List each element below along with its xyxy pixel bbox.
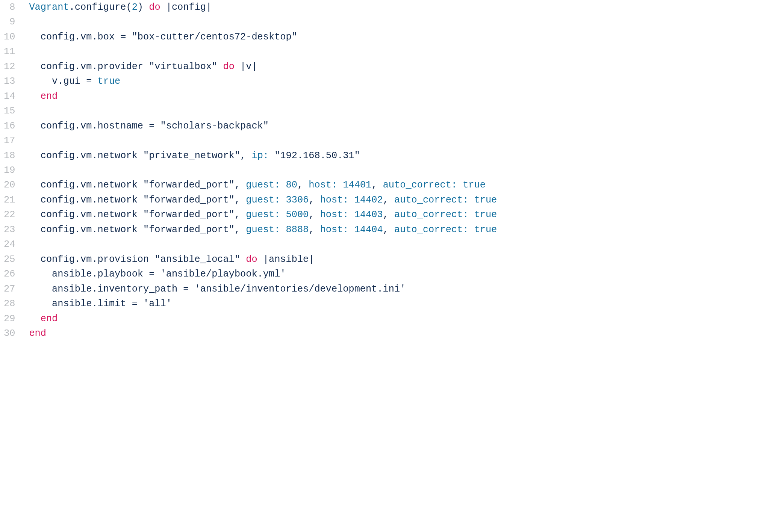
code-token: |ansible| <box>257 254 315 265</box>
code-token: 14403 <box>354 209 383 220</box>
line-number-gutter: 8910111213141516171819202122232425262728… <box>0 0 22 341</box>
line-number: 11 <box>4 44 15 59</box>
code-token: 14401 <box>343 180 371 190</box>
code-line[interactable]: config.vm.provision "ansible_local" do |… <box>29 252 775 267</box>
code-token: , <box>383 209 394 220</box>
code-token: ) <box>138 2 149 13</box>
code-token: do <box>223 61 235 72</box>
code-line[interactable]: ansible.playbook = 'ansible/playbook.yml… <box>29 267 775 281</box>
code-token: 80 <box>286 180 297 190</box>
code-token: config.vm.network <box>29 180 143 190</box>
code-line[interactable] <box>29 133 775 148</box>
line-number: 30 <box>4 326 15 341</box>
code-token: config.vm.network <box>29 150 143 161</box>
code-token: guest: <box>246 209 286 220</box>
code-token: , <box>371 180 383 190</box>
code-line[interactable]: v.gui = true <box>29 74 775 89</box>
line-number: 19 <box>4 163 15 178</box>
code-line[interactable]: end <box>29 311 775 326</box>
code-token: auto_correct: <box>394 209 474 220</box>
code-token: ansible.inventory_path = <box>29 284 194 295</box>
code-token: 5000 <box>286 209 309 220</box>
code-token: "forwarded_port" <box>143 209 235 220</box>
code-token: true <box>474 209 497 220</box>
code-token: auto_correct: <box>394 195 474 206</box>
code-token: 14402 <box>354 195 383 206</box>
code-token: , <box>235 224 246 235</box>
line-number: 13 <box>4 74 15 89</box>
code-line[interactable] <box>29 104 775 118</box>
code-line[interactable] <box>29 163 775 178</box>
code-token: , <box>297 180 309 190</box>
line-number: 22 <box>4 207 15 222</box>
line-number: 16 <box>4 119 15 133</box>
line-number: 21 <box>4 193 15 207</box>
code-token: , <box>309 195 320 206</box>
code-token: do <box>246 254 257 265</box>
code-token: host: <box>320 209 354 220</box>
line-number: 18 <box>4 148 15 163</box>
code-token: 3306 <box>286 195 309 206</box>
code-token: |v| <box>235 61 257 72</box>
code-token <box>29 313 40 324</box>
code-token: end <box>41 313 58 324</box>
code-token: guest: <box>246 224 286 235</box>
code-line[interactable] <box>29 237 775 252</box>
code-token: guest: <box>246 180 286 190</box>
code-token: |config| <box>160 2 212 13</box>
code-token: , <box>235 209 246 220</box>
code-token: "forwarded_port" <box>143 195 235 206</box>
code-line[interactable]: config.vm.network "forwarded_port", gues… <box>29 193 775 207</box>
code-token: , <box>240 150 251 161</box>
code-token: guest: <box>246 195 286 206</box>
code-line[interactable]: end <box>29 89 775 104</box>
line-number: 15 <box>4 104 15 118</box>
code-line[interactable] <box>29 44 775 59</box>
line-number: 29 <box>4 311 15 326</box>
line-number: 14 <box>4 89 15 104</box>
code-line[interactable]: end <box>29 326 775 341</box>
code-token: config.vm.network <box>29 209 143 220</box>
code-token: , <box>383 224 394 235</box>
code-token: 'all' <box>143 298 172 309</box>
code-token: , <box>383 195 394 206</box>
code-line[interactable]: config.vm.network "forwarded_port", gues… <box>29 178 775 192</box>
code-token: , <box>235 180 246 190</box>
code-token: Vagrant <box>29 2 69 13</box>
line-number: 10 <box>4 30 15 44</box>
code-line[interactable]: ansible.inventory_path = 'ansible/invent… <box>29 282 775 296</box>
code-token: "virtualbox" <box>149 61 217 72</box>
line-number: 12 <box>4 59 15 74</box>
line-number: 20 <box>4 178 15 192</box>
code-token: "forwarded_port" <box>143 224 235 235</box>
code-token: "private_network" <box>143 150 240 161</box>
code-line[interactable]: ansible.limit = 'all' <box>29 296 775 311</box>
code-token: true <box>463 180 486 190</box>
line-number: 27 <box>4 282 15 296</box>
code-token: "forwarded_port" <box>143 180 235 190</box>
code-token: true <box>474 195 497 206</box>
code-area[interactable]: Vagrant.configure(2) do |config| config.… <box>22 0 775 341</box>
code-line[interactable]: config.vm.box = "box-cutter/centos72-des… <box>29 30 775 44</box>
code-token: do <box>149 2 160 13</box>
code-token: config.vm.provision <box>29 254 154 265</box>
code-token: "box-cutter/centos72-desktop" <box>132 32 297 42</box>
code-line[interactable]: Vagrant.configure(2) do |config| <box>29 0 775 15</box>
code-line[interactable]: config.vm.network "forwarded_port", gues… <box>29 222 775 237</box>
code-token: config.vm.box = <box>29 32 132 42</box>
code-line[interactable]: config.vm.hostname = "scholars-backpack" <box>29 119 775 133</box>
code-token: .configure( <box>69 2 132 13</box>
code-token: 2 <box>132 2 138 13</box>
code-token: config.vm.provider <box>29 61 149 72</box>
code-line[interactable] <box>29 15 775 29</box>
code-line[interactable]: config.vm.provider "virtualbox" do |v| <box>29 59 775 74</box>
code-token: 8888 <box>286 224 309 235</box>
code-token: host: <box>320 224 354 235</box>
code-token: ansible.playbook = <box>29 269 160 280</box>
code-line[interactable]: config.vm.network "private_network", ip:… <box>29 148 775 163</box>
code-token: true <box>474 224 497 235</box>
code-token <box>29 91 40 102</box>
code-line[interactable]: config.vm.network "forwarded_port", gues… <box>29 207 775 222</box>
code-token: config.vm.hostname = <box>29 121 160 131</box>
code-token: auto_correct: <box>394 224 474 235</box>
